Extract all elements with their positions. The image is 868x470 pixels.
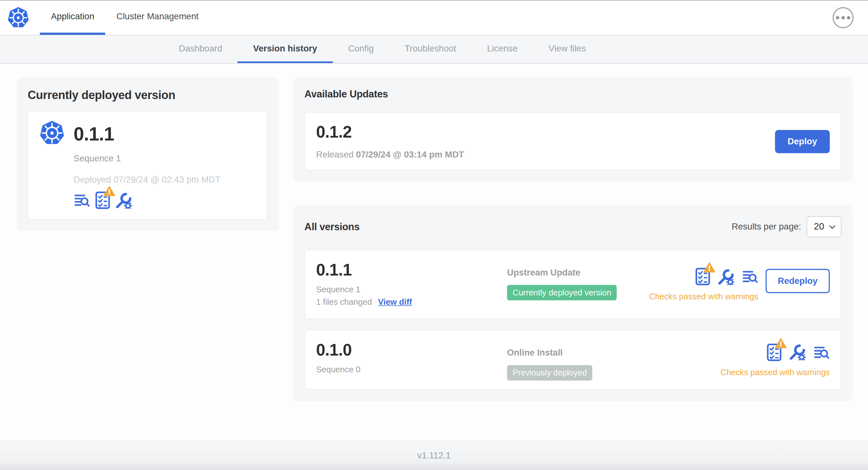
app-footer: v1.112.1	[0, 441, 868, 470]
version-row-actions: Checks passed with warnings	[720, 343, 830, 376]
deployed-timestamp: Deployed 07/29/24 @ 02:43 pm MDT	[74, 175, 256, 185]
tab-application-label: Application	[51, 11, 94, 22]
all-versions-title: All versions	[304, 221, 359, 232]
header-spacer	[210, 1, 833, 35]
preflight-checks-icon[interactable]	[95, 191, 110, 209]
warning-triangle-icon	[775, 338, 786, 348]
config-icon[interactable]	[115, 192, 132, 209]
preflight-status-text: Checks passed with warnings	[649, 292, 758, 301]
app-window: Application Cluster Management Dashboard…	[0, 0, 868, 470]
results-per-page-label: Results per page:	[732, 222, 801, 232]
version-row-source: Upstream Update Currently deployed versi…	[507, 259, 649, 310]
previously-deployed-badge: Previously deployed	[507, 365, 592, 381]
row-action-icons	[767, 343, 830, 361]
all-versions-card: All versions Results per page: 20 0.1.1 …	[293, 205, 852, 401]
preflight-checks-icon[interactable]	[695, 268, 710, 286]
row-files-changed: 1 files changed View diff	[316, 297, 507, 306]
all-versions-header: All versions Results per page: 20	[304, 216, 841, 237]
tab-application[interactable]: Application	[40, 1, 105, 35]
row-version-number: 0.1.0	[316, 341, 507, 360]
version-row-info: 0.1.1 Sequence 1 1 files changed View di…	[316, 259, 507, 310]
available-update-row: 0.1.2 Released 07/29/24 @ 03:14 pm MDT D…	[304, 112, 841, 170]
currently-deployed-title: Currently deployed version	[28, 89, 267, 102]
available-updates-card: Available Updates 0.1.2 Released 07/29/2…	[293, 77, 852, 181]
tab-config[interactable]: Config	[333, 35, 389, 63]
update-version-number: 0.1.2	[316, 123, 464, 142]
deploy-logs-icon[interactable]	[742, 269, 758, 284]
warning-triangle-icon	[103, 186, 115, 196]
version-row-info: 0.1.0 Sequence 0	[316, 339, 507, 381]
results-per-page: Results per page: 20	[732, 216, 841, 237]
view-diff-link[interactable]: View diff	[378, 297, 412, 306]
ellipsis-icon	[836, 16, 839, 19]
warning-triangle-icon	[704, 262, 715, 273]
update-info: 0.1.2 Released 07/29/24 @ 03:14 pm MDT	[316, 123, 464, 160]
config-icon[interactable]	[717, 268, 735, 285]
deploy-logs-icon[interactable]	[74, 193, 90, 208]
more-options-button[interactable]	[833, 7, 854, 28]
redeploy-button[interactable]: Redeploy	[766, 269, 830, 293]
tab-cluster-management-label: Cluster Management	[117, 11, 199, 22]
version-row-0-1-0: 0.1.0 Sequence 0 Online Install Previous…	[304, 330, 841, 390]
row-icons-and-status: Checks passed with warnings	[720, 343, 830, 376]
version-row-source: Online Install Previously deployed	[507, 339, 720, 381]
preflight-checks-icon[interactable]	[767, 343, 781, 361]
update-released-date: 07/29/24 @ 03:14 pm MDT	[356, 150, 464, 159]
available-updates-title: Available Updates	[304, 89, 841, 100]
tab-license[interactable]: License	[472, 35, 533, 63]
version-row-0-1-1: 0.1.1 Sequence 1 1 files changed View di…	[304, 249, 841, 319]
row-sequence-label: Sequence 1	[316, 284, 507, 294]
row-source-label: Upstream Update	[507, 268, 649, 278]
kubernetes-app-icon	[39, 120, 74, 148]
row-sequence-label: Sequence 0	[316, 365, 507, 374]
row-icons-and-status: Checks passed with warnings	[649, 268, 758, 301]
deployed-version-actions	[74, 191, 256, 209]
config-icon[interactable]	[789, 344, 806, 361]
sub-navigation: Dashboard Version history Config Trouble…	[0, 35, 868, 64]
update-released-line: Released 07/29/24 @ 03:14 pm MDT	[316, 150, 464, 160]
version-row-actions: Checks passed with warnings Redeploy	[649, 268, 830, 301]
tab-dashboard[interactable]: Dashboard	[163, 35, 238, 63]
currently-deployed-version-card: 0.1.1 Sequence 1 Deployed 07/29/24 @ 02:…	[28, 110, 267, 220]
deploy-logs-icon[interactable]	[813, 345, 830, 360]
top-header: Application Cluster Management	[0, 0, 868, 35]
currently-deployed-card: Currently deployed version 0.1.1 Sequenc…	[17, 77, 279, 231]
chevron-down-icon	[829, 225, 836, 229]
deployed-sequence-label: Sequence 1	[74, 154, 256, 164]
currently-deployed-badge: Currently deployed version	[507, 285, 617, 300]
results-per-page-select[interactable]: 20	[807, 216, 841, 237]
deployed-version-number: 0.1.1	[74, 124, 256, 145]
row-version-number: 0.1.1	[316, 260, 507, 279]
tab-version-history[interactable]: Version history	[238, 35, 333, 63]
preflight-status-text: Checks passed with warnings	[720, 367, 830, 376]
kubernetes-logo-icon	[7, 7, 29, 29]
tab-view-files[interactable]: View files	[533, 35, 601, 63]
console-version-label: v1.112.1	[417, 451, 451, 461]
tab-cluster-management[interactable]: Cluster Management	[105, 1, 210, 35]
app-level-tabs: Application Cluster Management	[40, 1, 210, 35]
row-source-label: Online Install	[507, 348, 720, 358]
row-action-icons	[695, 268, 758, 286]
tab-troubleshoot[interactable]: Troubleshoot	[389, 35, 472, 63]
right-column: Available Updates 0.1.2 Released 07/29/2…	[293, 77, 852, 401]
main-content: Currently deployed version 0.1.1 Sequenc…	[0, 64, 868, 401]
deploy-button[interactable]: Deploy	[775, 130, 830, 153]
